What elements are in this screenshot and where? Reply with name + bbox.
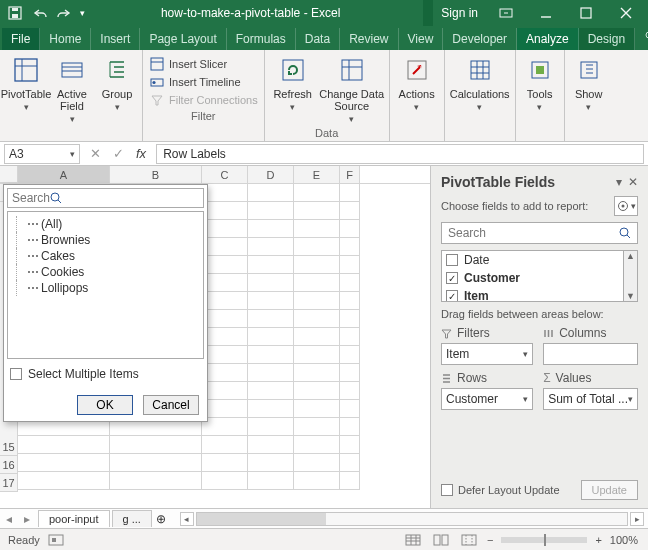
cell[interactable] (18, 472, 110, 490)
cell[interactable] (202, 418, 248, 436)
show-button[interactable]: Show▾ (571, 54, 607, 125)
cell[interactable] (340, 346, 360, 364)
cell[interactable] (294, 364, 340, 382)
tab-review[interactable]: Review (340, 28, 398, 50)
qat-customize-icon[interactable]: ▾ (80, 8, 85, 18)
tab-design[interactable]: Design (579, 28, 635, 50)
cell[interactable] (202, 400, 248, 418)
sheet-tab[interactable]: poor-input (38, 510, 110, 527)
cell[interactable] (248, 238, 294, 256)
cell[interactable] (340, 238, 360, 256)
zoom-slider[interactable] (501, 537, 587, 543)
cell[interactable] (294, 454, 340, 472)
cell[interactable] (248, 346, 294, 364)
cell[interactable] (248, 220, 294, 238)
tab-page-layout[interactable]: Page Layout (140, 28, 226, 50)
macro-recorder-icon[interactable] (48, 534, 64, 546)
field-date[interactable]: Date (442, 251, 623, 269)
cell[interactable] (248, 310, 294, 328)
area-values-drop[interactable]: Sum of Total ...▾ (543, 388, 638, 410)
cell[interactable] (248, 436, 294, 454)
checkbox[interactable] (446, 254, 458, 266)
cell[interactable] (340, 364, 360, 382)
cell[interactable] (340, 292, 360, 310)
cell[interactable] (340, 382, 360, 400)
cell[interactable] (340, 184, 360, 202)
cell[interactable] (340, 220, 360, 238)
cell[interactable] (18, 436, 110, 454)
name-box[interactable]: A3▾ (4, 144, 80, 164)
defer-checkbox[interactable] (441, 484, 453, 496)
panel-close-icon[interactable]: ✕ (628, 175, 638, 189)
cell[interactable] (340, 274, 360, 292)
cell[interactable] (294, 418, 340, 436)
column-header-E[interactable]: E (294, 166, 340, 183)
cell[interactable] (294, 328, 340, 346)
refresh-button[interactable]: Refresh▾ (271, 54, 315, 125)
filter-item-list[interactable]: ⋯ (All) ⋯ Brownies ⋯ Cakes ⋯ Cookies ⋯ L… (7, 211, 204, 359)
cell[interactable] (202, 382, 248, 400)
cell[interactable] (202, 238, 248, 256)
checkbox[interactable]: ✓ (446, 272, 458, 284)
sheet-tab[interactable]: g ... (112, 510, 152, 527)
cell[interactable] (294, 220, 340, 238)
cell[interactable] (202, 256, 248, 274)
cell[interactable] (202, 472, 248, 490)
cell[interactable] (248, 274, 294, 292)
area-columns-drop[interactable] (543, 343, 638, 365)
area-filters-drop[interactable]: Item▾ (441, 343, 533, 365)
scroll-up-icon[interactable]: ▲ (626, 251, 635, 261)
cell[interactable] (202, 364, 248, 382)
cell[interactable] (294, 382, 340, 400)
cell[interactable] (294, 436, 340, 454)
row-header[interactable]: 15 (0, 438, 18, 456)
undo-icon[interactable] (32, 6, 46, 20)
filter-item[interactable]: ⋯ Lollipops (16, 280, 201, 296)
cell[interactable] (110, 472, 202, 490)
cell[interactable] (294, 238, 340, 256)
cell[interactable] (248, 400, 294, 418)
insert-function-icon[interactable]: fx (136, 146, 146, 161)
ribbon-display-options-icon[interactable] (488, 0, 524, 26)
cell[interactable] (202, 328, 248, 346)
field-list-options-button[interactable]: ▾ (614, 196, 638, 216)
normal-view-icon[interactable] (403, 532, 423, 548)
tab-developer[interactable]: Developer (443, 28, 517, 50)
sign-in-link[interactable]: Sign in (433, 6, 486, 20)
new-sheet-button[interactable]: ⊕ (152, 512, 170, 526)
tab-data[interactable]: Data (296, 28, 340, 50)
cell[interactable] (202, 274, 248, 292)
insert-timeline-button[interactable]: Insert Timeline (149, 74, 258, 90)
sheet-nav-next-icon[interactable]: ▸ (18, 512, 36, 526)
cell[interactable] (110, 454, 202, 472)
group-button[interactable]: Group▾ (98, 54, 136, 125)
cell[interactable] (248, 454, 294, 472)
actions-button[interactable]: Actions▾ (396, 54, 438, 125)
row-header[interactable]: 16 (0, 456, 18, 474)
scroll-down-icon[interactable]: ▼ (626, 291, 635, 301)
cell[interactable] (248, 472, 294, 490)
cell[interactable] (294, 310, 340, 328)
select-multiple-checkbox[interactable] (10, 368, 22, 380)
cell[interactable] (294, 202, 340, 220)
tools-button[interactable]: Tools▾ (522, 54, 558, 125)
tab-view[interactable]: View (399, 28, 444, 50)
cell[interactable] (248, 364, 294, 382)
cell[interactable] (340, 454, 360, 472)
filter-search-input[interactable]: Search (7, 188, 204, 208)
calculations-button[interactable]: Calculations▾ (451, 54, 509, 125)
cell[interactable] (202, 436, 248, 454)
cell[interactable] (340, 310, 360, 328)
area-rows-drop[interactable]: Customer▾ (441, 388, 533, 410)
page-break-view-icon[interactable] (459, 532, 479, 548)
field-item[interactable]: ✓Item (442, 287, 623, 302)
zoom-level[interactable]: 100% (610, 534, 638, 546)
change-data-source-button[interactable]: Change Data Source▾ (321, 54, 383, 125)
cell[interactable] (340, 328, 360, 346)
cell[interactable] (294, 274, 340, 292)
cell[interactable] (340, 400, 360, 418)
cell[interactable] (294, 400, 340, 418)
cell[interactable] (248, 328, 294, 346)
insert-slicer-button[interactable]: Insert Slicer (149, 56, 258, 72)
cell[interactable] (294, 184, 340, 202)
